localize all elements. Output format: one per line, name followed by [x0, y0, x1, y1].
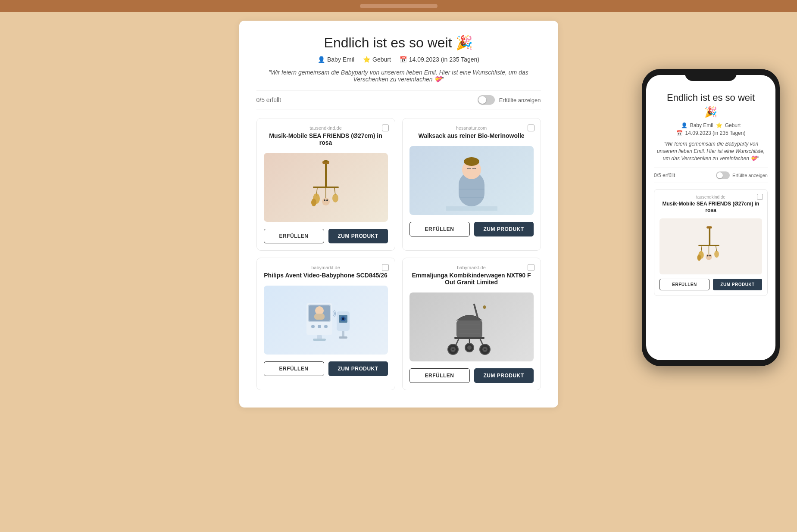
fulfill-button-4[interactable]: ERFÜLLEN: [409, 368, 470, 383]
meta-row: 👤 Baby Emil ⭐ Geburt 📅 14.09.2023 (in 23…: [256, 56, 541, 63]
phone-mobile-svg: [691, 223, 730, 270]
filter-right: Erfüllte anzeigen: [478, 95, 541, 105]
product-checkbox-2[interactable]: [528, 124, 534, 131]
calendar-icon: 📅: [400, 56, 407, 63]
product-actions-3: ERFÜLLEN ZUM PRODUKT: [264, 361, 388, 376]
phone-product-image: [659, 218, 762, 274]
phone-calendar-icon: 📅: [676, 130, 683, 136]
product-image-3: [264, 286, 388, 355]
product-card-4: babymarkt.de Emmaljunga Kombikinderwagen…: [402, 258, 541, 390]
product-source-2: hessnatur.com: [456, 125, 487, 131]
svg-rect-33: [342, 331, 344, 337]
svg-point-26: [324, 325, 328, 328]
phone-title: Endlich ist es so weit: [654, 92, 768, 103]
phone-product-card: tausendkind.de Musik-Mobile SEA FRIENDS …: [654, 189, 768, 296]
svg-point-24: [311, 325, 315, 328]
fulfilled-toggle[interactable]: [478, 95, 495, 105]
product-source-4: babymarkt.de: [457, 265, 486, 270]
svg-rect-23: [314, 314, 325, 320]
svg-point-45: [484, 348, 486, 350]
meta-name-label: Baby Emil: [327, 56, 354, 63]
product-checkbox-1[interactable]: [382, 124, 389, 131]
product-actions-1: ERFÜLLEN ZUM PRODUKT: [264, 229, 388, 243]
product-card-2: hessnatur.com Walksack aus reiner Bio-Me…: [402, 118, 541, 251]
phone-event-label: Geburt: [725, 122, 741, 128]
svg-point-59: [697, 255, 701, 261]
product-image-4: [409, 292, 534, 361]
svg-point-42: [452, 348, 454, 350]
svg-rect-52: [483, 305, 486, 309]
svg-point-10: [332, 194, 338, 202]
phone-product-button[interactable]: ZUM PRODUKT: [713, 279, 762, 290]
product-source-3: babymarkt.de: [311, 265, 340, 270]
meta-date: 📅 14.09.2023 (in 235 Tagen): [400, 56, 479, 63]
svg-point-63: [714, 251, 719, 258]
product-link-button-2[interactable]: ZUM PRODUKT: [474, 222, 534, 236]
phone-star-icon: ⭐: [716, 122, 722, 128]
svg-rect-54: [698, 245, 719, 246]
stroller-image-svg: [444, 297, 500, 357]
phone-toggle-label: Erfüllte anzeigen: [732, 173, 768, 178]
product-checkbox-3[interactable]: [382, 264, 389, 271]
top-bar-pill: [360, 4, 438, 8]
svg-point-61: [707, 255, 709, 257]
product-link-button-1[interactable]: ZUM PRODUKT: [328, 229, 388, 243]
product-image-1: [264, 153, 388, 222]
svg-point-60: [706, 254, 712, 260]
svg-point-7: [322, 198, 330, 205]
product-name-1: Musik-Mobile SEA FRIENDS (Ø27cm) in rosa: [264, 132, 388, 146]
product-image-2: [409, 146, 534, 215]
svg-point-32: [342, 317, 344, 320]
svg-point-8: [324, 199, 325, 201]
svg-rect-34: [339, 336, 347, 339]
product-link-button-3[interactable]: ZUM PRODUKT: [328, 361, 388, 376]
phone-emoji: 🎉: [654, 106, 768, 118]
svg-point-62: [709, 255, 711, 257]
product-source-1: tausendkind.de: [309, 125, 342, 131]
fulfill-button-1[interactable]: ERFÜLLEN: [264, 229, 324, 243]
svg-rect-64: [706, 226, 712, 228]
svg-point-25: [318, 325, 321, 328]
fulfill-button-3[interactable]: ERFÜLLEN: [264, 361, 324, 376]
product-actions-2: ERFÜLLEN ZUM PRODUKT: [409, 222, 534, 236]
phone-meta-name-row: 👤 Baby Emil ⭐ Geburt: [681, 122, 741, 128]
meta-event-label: Geburt: [372, 56, 391, 63]
phone-name-label: Baby Emil: [690, 122, 713, 128]
filter-toggle-label: Erfüllte anzeigen: [499, 97, 541, 103]
phone-fulfill-button[interactable]: ERFÜLLEN: [659, 279, 709, 290]
meta-name: 👤 Baby Emil: [318, 56, 354, 63]
mobile-image-svg: [304, 157, 347, 218]
babyphone-image-svg: [298, 290, 354, 350]
fulfill-button-2[interactable]: ERFÜLLEN: [409, 222, 470, 236]
svg-point-48: [467, 345, 472, 350]
product-link-button-4[interactable]: ZUM PRODUKT: [474, 368, 534, 383]
product-card-3: babymarkt.de Philips Avent Video-Babypho…: [256, 258, 395, 390]
phone-filter-count: 0/5 erfüllt: [654, 172, 675, 178]
product-checkbox-4[interactable]: [528, 264, 534, 271]
svg-rect-53: [709, 227, 711, 246]
phone-screen: Endlich ist es so weit 🎉 👤 Baby Emil ⭐ G…: [646, 75, 775, 360]
toggle-knob: [478, 96, 486, 104]
phone-toggle-knob: [717, 172, 723, 178]
phone-toggle-switch[interactable]: [716, 171, 730, 179]
phone-notch: [685, 69, 737, 81]
svg-rect-1: [313, 187, 339, 188]
phone-product-name: Musik-Mobile SEA FRIENDS (Ø27cm) in rosa: [659, 201, 762, 214]
phone-date-label: 14.09.2023 (in 235 Tagen): [685, 130, 746, 136]
svg-point-15: [464, 157, 479, 166]
phone-product-checkbox[interactable]: [757, 194, 763, 200]
sleeping-bag-image-svg: [446, 150, 497, 211]
product-name-4: Emmaljunga Kombikinderwagen NXT90 F Out …: [409, 272, 534, 286]
phone-card-actions: ERFÜLLEN ZUM PRODUKT: [659, 279, 762, 290]
svg-rect-12: [324, 160, 328, 162]
svg-line-57: [716, 246, 717, 252]
product-actions-4: ERFÜLLEN ZUM PRODUKT: [409, 368, 534, 383]
main-content: Endlich ist es so weit 🎉 👤 Baby Emil ⭐ G…: [239, 21, 558, 408]
svg-point-9: [326, 199, 328, 201]
filter-row: 0/5 erfüllt Erfüllte anzeigen: [256, 90, 541, 109]
svg-rect-28: [313, 339, 326, 341]
meta-date-label: 14.09.2023 (in 235 Tagen): [409, 56, 479, 63]
svg-point-6: [311, 199, 316, 206]
person-icon: 👤: [318, 56, 325, 63]
phone-overlay: Endlich ist es so weit 🎉 👤 Baby Emil ⭐ G…: [642, 69, 780, 366]
